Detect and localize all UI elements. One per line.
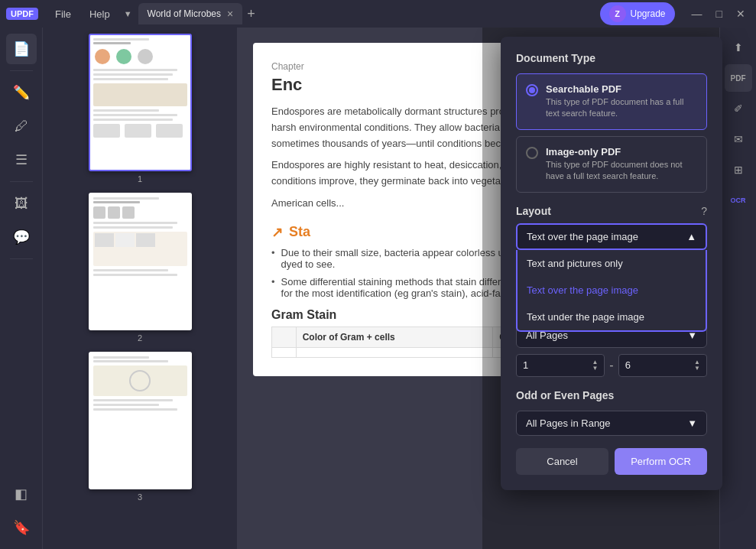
radio-image-only-pdf[interactable]: Image-only PDF This type of PDF document… <box>516 136 707 193</box>
page-from-down[interactable]: ▼ <box>592 365 598 372</box>
odd-even-value: All Pages in Range <box>526 417 611 429</box>
window-controls: — □ ✕ <box>687 6 750 21</box>
sidebar-item-bookmark[interactable]: 🔖 <box>6 512 37 543</box>
layout-dropdown-btn[interactable]: Text over the page image ▲ <box>516 223 707 250</box>
layout-option-text-under[interactable]: Text under the page image <box>518 304 706 330</box>
titlebar: UPDF File Help ▼ World of Microbes × + Z… <box>0 0 756 28</box>
thumb-num-2: 2 <box>138 333 142 343</box>
help-icon[interactable]: ? <box>701 205 707 217</box>
thumb-num-1: 1 <box>138 174 142 184</box>
sidebar-divider-3 <box>10 258 33 259</box>
layout-option-text-pictures[interactable]: Text and pictures only <box>518 250 706 277</box>
sidebar-item-document[interactable]: 📄 <box>6 34 37 64</box>
table-header-0 <box>272 326 297 347</box>
odd-even-dropdown[interactable]: All Pages in Range ▼ <box>516 411 707 436</box>
app-logo: UPDF <box>6 8 38 20</box>
layout-dropdown-chevron: ▲ <box>686 231 696 242</box>
menu-file[interactable]: File <box>47 5 79 23</box>
maximize-button[interactable]: □ <box>712 6 727 21</box>
sidebar-item-layers[interactable]: ◧ <box>6 479 37 509</box>
sidebar-divider-1 <box>10 70 33 71</box>
searchable-pdf-text: Searchable PDF This type of PDF document… <box>546 83 697 120</box>
radio-searchable-pdf[interactable]: Searchable PDF This type of PDF document… <box>516 73 707 130</box>
searchable-pdf-desc: This type of PDF document has a full tex… <box>546 96 697 120</box>
page-range-row: 1 ▲ ▼ - 6 ▲ ▼ <box>516 354 707 377</box>
thumbnail-2[interactable]: 2 <box>49 193 231 343</box>
layout-header: Layout ? <box>516 205 707 217</box>
thumb-img-1 <box>89 34 192 171</box>
sidebar-item-list[interactable]: ☰ <box>6 145 37 175</box>
doc-type-title: Document Type <box>516 52 707 64</box>
thumb-img-3 <box>89 352 192 489</box>
page-to-stepper[interactable]: ▲ ▼ <box>694 359 700 372</box>
menu-bar: File Help <box>47 5 118 23</box>
tab-add-icon[interactable]: + <box>247 6 255 22</box>
image-only-pdf-desc: This type of PDF document does not have … <box>546 159 697 183</box>
image-only-pdf-label: Image-only PDF <box>546 146 697 158</box>
sidebar-item-image[interactable]: 🖼 <box>6 188 37 219</box>
sidebar-divider-2 <box>10 181 33 182</box>
page-from-value: 1 <box>523 359 528 371</box>
user-avatar: Z <box>609 5 626 22</box>
upgrade-button[interactable]: Z Upgrade <box>600 2 675 25</box>
right-icon-bar: ⬆ PDF ✐ ✉ ⊞ OCR <box>719 28 756 549</box>
tab-title: World of Microbes <box>148 8 221 19</box>
layout-title: Layout <box>516 205 551 217</box>
layout-option-text-over[interactable]: Text over the page image <box>518 277 706 304</box>
menu-help[interactable]: Help <box>82 5 118 23</box>
layout-selected-value: Text over the page image <box>527 231 638 242</box>
thumbnail-1[interactable]: 1 <box>49 34 231 184</box>
radio-dot-image-only <box>526 147 538 159</box>
sidebar-item-annotate[interactable]: 🖊 <box>6 111 37 141</box>
range-dash: - <box>609 359 613 372</box>
tab-close-icon[interactable]: × <box>227 8 233 19</box>
cancel-button[interactable]: Cancel <box>516 448 608 475</box>
right-icon-edit[interactable]: ✐ <box>725 95 752 122</box>
thumb-num-3: 3 <box>138 492 142 502</box>
close-button[interactable]: ✕ <box>732 6 750 21</box>
page-from-stepper[interactable]: ▲ ▼ <box>592 359 598 372</box>
sidebar-item-comment[interactable]: 💬 <box>6 222 37 252</box>
radio-dot-searchable <box>526 84 538 96</box>
perform-ocr-button[interactable]: Perform OCR <box>615 448 707 475</box>
sidebar-item-edit[interactable]: ✏️ <box>6 77 37 108</box>
main-wrapper: 📄 ✏️ 🖊 ☰ 🖼 💬 ◧ 🔖 <box>0 28 756 549</box>
ocr-dialog: Document Type Searchable PDF This type o… <box>501 37 722 490</box>
page-to-down[interactable]: ▼ <box>694 365 700 372</box>
titlebar-actions: Z Upgrade — □ ✕ <box>600 2 751 25</box>
dialog-actions: Cancel Perform OCR <box>516 448 707 475</box>
right-icon-grid[interactable]: ⊞ <box>725 156 752 184</box>
thumb-img-2 <box>89 193 192 330</box>
radio-dot-inner <box>529 87 535 93</box>
odd-even-title: Odd or Even Pages <box>516 389 707 401</box>
tab-world-of-microbes[interactable]: World of Microbes × <box>138 3 243 24</box>
page-to-value: 6 <box>625 359 631 371</box>
right-icon-mail[interactable]: ✉ <box>725 125 752 153</box>
tab-bar: ▼ World of Microbes × + <box>124 3 600 24</box>
thumbnail-3[interactable]: 3 <box>49 352 231 502</box>
upgrade-label: Upgrade <box>631 8 666 19</box>
odd-even-chevron: ▼ <box>687 417 697 429</box>
layout-section: Layout ? Text over the page image ▲ Text… <box>516 205 707 250</box>
layout-dropdown: Text over the page image ▲ Text and pict… <box>516 223 707 250</box>
tab-dropdown-icon[interactable]: ▼ <box>124 9 132 18</box>
doc-type-radio-group: Searchable PDF This type of PDF document… <box>516 73 707 193</box>
image-only-pdf-text: Image-only PDF This type of PDF document… <box>546 146 697 183</box>
minimize-button[interactable]: — <box>687 6 707 21</box>
page-from-input[interactable]: 1 ▲ ▼ <box>516 354 605 377</box>
page-to-input[interactable]: 6 ▲ ▼ <box>618 354 707 377</box>
table-header-1: Color of Gram + cells <box>296 326 492 347</box>
layout-dropdown-options: Text and pictures only Text over the pag… <box>516 250 707 332</box>
right-icon-export[interactable]: ⬆ <box>725 34 752 61</box>
searchable-pdf-label: Searchable PDF <box>546 83 697 95</box>
dialog-area: Document Type Searchable PDF This type o… <box>482 28 719 549</box>
odd-even-section: Odd or Even Pages All Pages in Range ▼ <box>516 389 707 436</box>
left-sidebar: 📄 ✏️ 🖊 ☰ 🖼 💬 ◧ 🔖 <box>0 28 43 549</box>
right-icon-ocr[interactable]: OCR <box>725 187 752 214</box>
right-icon-pdf[interactable]: PDF <box>725 64 752 92</box>
thumbnail-panel: 1 <box>43 28 238 549</box>
